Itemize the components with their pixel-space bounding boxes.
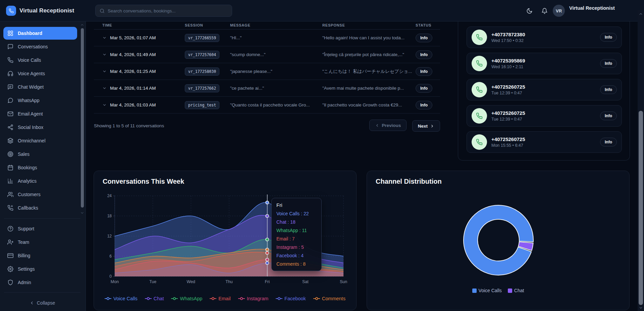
svg-text:Fri: Fri (265, 279, 270, 284)
call-list-item[interactable]: +40737872380 Wed 17:50 • 0:32 Info (467, 27, 622, 48)
sidebar-item-dashboard[interactable]: Dashboard (3, 27, 77, 40)
info-button[interactable]: Info (416, 34, 432, 42)
table-row[interactable]: Mar 4, 2026, 01:49 AM vr_177257604 "scum… (94, 46, 440, 63)
svg-text:24: 24 (107, 193, 112, 198)
sidebar-item-email-agent[interactable]: Email Agent (3, 107, 77, 120)
table-row[interactable]: Mar 5, 2026, 01:07 AM vr_177266559 "HI..… (94, 30, 440, 46)
brand-title: Virtual Receptionist (19, 7, 74, 14)
sidebar-scrollbar[interactable] (80, 21, 85, 216)
sidebar-item-chat-widget[interactable]: Chat Widget (3, 81, 77, 93)
table-body: Mar 5, 2026, 01:07 AM vr_177266559 "HI..… (94, 30, 440, 114)
legend-item-whatsapp[interactable]: WhatsApp (171, 296, 202, 301)
legend-label: Voice Calls (113, 296, 138, 301)
row-time: Mar 5, 2026, 01:07 AM (110, 35, 156, 40)
headphones-icon (7, 71, 13, 77)
sidebar-item-billing[interactable]: Billing (3, 249, 77, 262)
legend-item-facebook[interactable]: Facebook (276, 296, 306, 301)
session-badge: vr_177257604 (185, 51, 219, 59)
sidebar-item-voice-agents[interactable]: Voice Agents (3, 67, 77, 80)
legend-glyph-icon (145, 297, 152, 300)
tooltip-row: WhatsApp : 11 (276, 228, 317, 233)
sidebar-item-omnichannel[interactable]: Omnichannel (3, 134, 77, 147)
sidebar-item-settings[interactable]: Settings (3, 263, 77, 275)
collapse-button[interactable]: Collapse (3, 297, 81, 309)
legend-item-voice-calls[interactable]: Voice Calls (105, 296, 138, 301)
call-info-button[interactable]: Info (600, 59, 617, 68)
message-square-icon (7, 44, 13, 50)
dark-mode-toggle[interactable] (525, 7, 533, 15)
table-row[interactable]: Mar 4, 2026, 01:03 AM pricing_test "Quan… (94, 97, 440, 114)
info-button[interactable]: Info (416, 67, 432, 76)
sidebar-item-sales[interactable]: Sales (3, 148, 77, 161)
sidebar-item-team[interactable]: Team (3, 236, 77, 249)
call-info-button[interactable]: Info (600, 33, 617, 42)
sidebar-item-whatsapp[interactable]: WhatsApp (3, 94, 77, 107)
info-button[interactable]: Info (416, 101, 432, 109)
search-bar[interactable] (95, 5, 232, 17)
donut-slice-voice-calls[interactable] (464, 205, 533, 275)
page-scrollbar[interactable] (638, 10, 644, 311)
sidebar-item-customers[interactable]: Customers (3, 188, 77, 201)
table-row[interactable]: Mar 4, 2026, 01:25 AM vr_177258030 "japa… (94, 63, 440, 80)
call-list-item[interactable]: +40725395869 Wed 16:10 • 2:11 Info (467, 53, 622, 74)
page-scrollbar-thumb[interactable] (639, 111, 643, 305)
bar-chart-icon (7, 178, 13, 184)
svg-text:Sat: Sat (302, 279, 309, 284)
search-input[interactable] (108, 8, 228, 13)
next-button[interactable]: Next (412, 120, 440, 132)
svg-text:Thu: Thu (225, 279, 233, 284)
donut-chart[interactable] (367, 190, 630, 289)
sidebar-scrollbar-thumb[interactable] (81, 28, 84, 208)
table-row[interactable]: Mar 4, 2026, 01:14 AM vr_177257662 "ce p… (94, 80, 440, 97)
sidebar-item-bookings[interactable]: Bookings (3, 161, 77, 174)
call-info-button[interactable]: Info (600, 112, 617, 120)
conversations-table: TIMESESSIONMESSAGERESPONSESTATUS Mar 5, … (94, 21, 440, 132)
sidebar-item-support[interactable]: Support (3, 222, 77, 235)
next-label: Next (418, 124, 428, 129)
sidebar-item-label: Bookings (18, 165, 37, 170)
legend-swatch-icon (472, 288, 477, 293)
avatar[interactable]: VR (553, 5, 565, 17)
row-time: Mar 4, 2026, 01:03 AM (110, 102, 156, 107)
search-icon (100, 8, 105, 13)
legend-item-chat[interactable]: Chat (508, 288, 524, 293)
session-badge: vr_177266559 (185, 34, 219, 42)
legend-item-voice-calls[interactable]: Voice Calls (472, 288, 502, 293)
legend-label: Chat (514, 288, 524, 293)
column-header-message: MESSAGE (230, 23, 322, 27)
help-circle-icon (7, 226, 13, 232)
tooltip-label: Fri (276, 202, 317, 208)
tooltip-row: Chat : 18 (276, 219, 317, 225)
chart-title: Channel Distribution (376, 178, 442, 185)
sidebar-item-voice-calls[interactable]: Voice Calls (3, 54, 77, 66)
table-footer: Showing 1 to 5 of 11 conversations Previ… (94, 120, 440, 132)
legend-item-comments[interactable]: Comments (313, 296, 345, 301)
previous-button[interactable]: Previous (369, 120, 407, 131)
legend-label: Voice Calls (479, 288, 502, 293)
sidebar-item-conversations[interactable]: Conversations (3, 40, 77, 53)
sidebar-item-admin[interactable]: Admin (3, 276, 77, 289)
legend-item-instagram[interactable]: Instagram (238, 296, 268, 301)
legend-item-chat[interactable]: Chat (145, 296, 164, 301)
call-info-button[interactable]: Info (600, 85, 617, 94)
session-badge: vr_177258030 (185, 68, 219, 76)
call-list-item[interactable]: +40725260725 Tue 12:39 • 0:47 Info (467, 105, 622, 127)
sidebar-item-analytics[interactable]: Analytics (3, 175, 77, 187)
call-list-item[interactable]: +40725260725 Mon 15:55 • 6:47 Info (467, 131, 622, 153)
sidebar-item-social-inbox[interactable]: Social Inbox (3, 121, 77, 134)
legend-item-email[interactable]: Email (210, 296, 230, 301)
info-button[interactable]: Info (416, 50, 432, 59)
row-time: Mar 4, 2026, 01:25 AM (110, 69, 156, 74)
sidebar-item-callbacks[interactable]: Callbacks (3, 202, 77, 214)
info-button[interactable]: Info (416, 84, 432, 93)
notifications-button[interactable] (540, 7, 548, 15)
column-header-response: RESPONSE (322, 23, 416, 27)
call-list-item[interactable]: +40725260725 Tue 12:39 • 0:47 Info (467, 79, 622, 100)
sidebar-item-label: Customers (18, 192, 41, 197)
call-avatar (472, 30, 487, 45)
legend-label: Chat (154, 296, 164, 301)
tooltip-row: Instagram : 5 (276, 245, 317, 250)
chevron-left-icon (30, 301, 34, 305)
sidebar: Dashboard Conversations Voice Calls Voic… (0, 21, 86, 311)
call-info-button[interactable]: Info (600, 138, 617, 146)
